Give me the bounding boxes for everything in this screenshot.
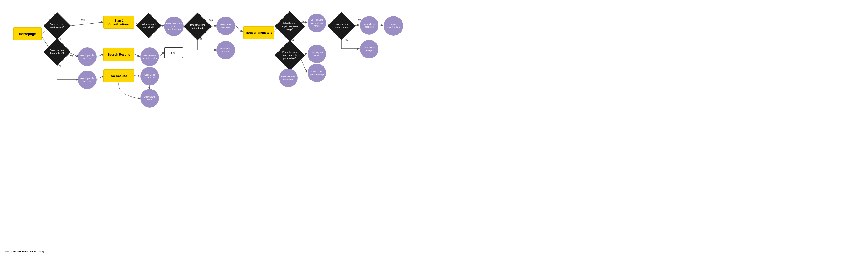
svg-line-15 xyxy=(236,26,243,32)
does-user-understand1-diamond: Does the user understand? xyxy=(184,12,212,40)
end-node: End xyxy=(164,47,183,58)
footer-page: (Page 1 of 2) xyxy=(29,250,44,253)
svg-line-29 xyxy=(134,75,140,76)
no-results-node: No Results xyxy=(103,69,134,82)
yes-label-2: Yes xyxy=(69,54,73,57)
svg-line-27 xyxy=(134,54,140,57)
no-label-5: No xyxy=(345,38,348,41)
user-clicks-next2-node: User clicks next step xyxy=(360,16,378,35)
svg-line-28 xyxy=(159,52,164,57)
does-need-modify-diamond: Does the user need to modify parameters? xyxy=(275,40,305,70)
no-label-4: No xyxy=(291,39,294,41)
arrows-svg xyxy=(0,0,868,260)
svg-line-7 xyxy=(97,54,103,57)
no-label-2: No xyxy=(59,65,62,67)
svg-line-8 xyxy=(97,75,103,79)
no-label-3: No xyxy=(199,38,202,40)
user-adjusts-uom-node: User adjusts UOM xyxy=(308,45,326,63)
user-selects-specs-node: User selects up to six specifications xyxy=(164,16,184,36)
user-clicks-tooltips1-node: User clicks tooltips xyxy=(216,41,235,59)
search-results-node: Search Results xyxy=(103,48,134,61)
target-parameters-node: Target Parameters xyxy=(243,26,274,39)
what-most-important-diamond: What is most important? xyxy=(136,13,161,38)
step1-specifications-node: Step 1 Specifications xyxy=(103,16,134,29)
user-starts-over-node: User Starts over xyxy=(141,89,159,108)
does-have-lot-diamond: Does the user have a lot #? xyxy=(43,38,71,66)
homepage-node: Homepage xyxy=(13,27,42,40)
yes-label-3: Yes xyxy=(209,19,213,22)
does-want-start-diamond: Does the user want to start? xyxy=(43,12,71,40)
svg-line-20 xyxy=(301,59,307,72)
user-specifications-node: User specifications xyxy=(384,16,403,36)
no-label-1: No xyxy=(59,38,62,41)
user-inputs-lot1-node: User inputs lot number xyxy=(78,47,97,66)
footer: iMATCH User Flow (Page 1 of 2) xyxy=(5,250,44,253)
user-adjusts-range-node: User adjusts value along range xyxy=(308,14,326,32)
user-edits-prefs-node: User Edits preferences xyxy=(141,67,159,85)
what-target-param-diamond: What is your target parameter range? xyxy=(275,11,305,41)
footer-brand: iMATCH User Flow xyxy=(5,250,28,253)
does-user-understand2-diamond: Does the user understand? xyxy=(327,12,355,40)
flowchart-canvas: Homepage Does the user want to start? Do… xyxy=(0,0,868,260)
svg-line-2 xyxy=(68,22,103,26)
svg-line-26 xyxy=(378,25,383,26)
user-clicks-next1-node: User clicks next step xyxy=(216,16,235,35)
user-inputs-lot2-node: User inputs lot number xyxy=(78,71,97,89)
user-clicks-prev-node: User clicks previous step xyxy=(308,64,326,82)
user-clicks-tooltips2-node: User clicks tooltips xyxy=(360,40,378,59)
user-reviews-node: User reviews search results xyxy=(141,47,159,66)
yes-label-1: Yes xyxy=(81,18,85,21)
user-removes-param-node: User removes parameter xyxy=(279,69,298,87)
yes-label-4: Yes xyxy=(302,20,306,23)
